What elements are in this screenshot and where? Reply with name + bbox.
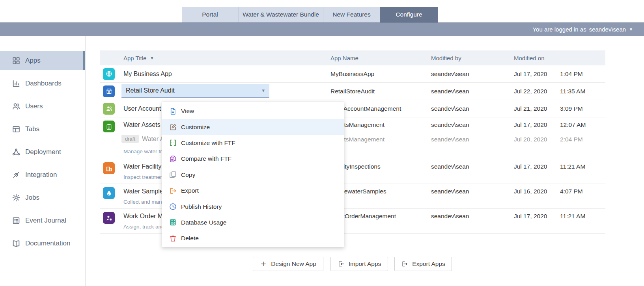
app-title: My Business App <box>123 71 172 78</box>
tab-water-wastewater-bundle[interactable]: Water & Wastewater Bundle <box>239 7 323 22</box>
sidebar-item-label: Apps <box>25 57 41 65</box>
compare-icon <box>169 155 177 163</box>
plus-icon <box>260 260 267 267</box>
modified-by: seandev\sean <box>431 121 469 128</box>
globe-app-icon <box>103 68 115 80</box>
modified-time: 4:07 PM <box>560 188 583 195</box>
ftf-icon <box>169 139 177 147</box>
modified-time: 12:07 AM <box>560 121 586 128</box>
people-app-icon <box>103 103 115 115</box>
draft-badge: draft <box>121 135 139 143</box>
modified-date: Jul 21, 2020 <box>514 105 547 112</box>
gear-icon <box>12 193 21 202</box>
menu-item-label: View <box>181 108 194 115</box>
modified-by: seandev\sean <box>431 88 469 95</box>
clipboard-app-icon <box>103 121 115 132</box>
menu-item-label: Compare with FTF <box>181 155 231 162</box>
droplet-app-icon <box>103 187 115 199</box>
tab-new-features[interactable]: New Features <box>323 7 380 22</box>
column-header-modified-by[interactable]: Modified by <box>431 50 461 65</box>
login-bar: You are logged in as seandev\sean ▼ <box>0 22 644 36</box>
modified-time: 11:21 AM <box>560 163 585 170</box>
modified-time: 3:09 PM <box>560 105 583 112</box>
user-menu-caret-icon[interactable]: ▼ <box>629 27 633 32</box>
delete-icon <box>169 234 177 243</box>
chart-icon <box>12 79 21 88</box>
tab-configure[interactable]: Configure <box>380 7 438 22</box>
menu-item-customize-with-ftf[interactable]: Customize with FTF <box>162 135 344 151</box>
design-new-app-button[interactable]: Design New App <box>253 257 323 271</box>
sidebar-item-documentation[interactable]: Documentation <box>0 234 85 253</box>
menu-item-copy[interactable]: Copy <box>162 167 344 183</box>
modified-date: Jul 17, 2020 <box>514 121 547 128</box>
store-app-icon <box>103 85 115 97</box>
table-row[interactable]: My Business AppMyBusinessAppseandev\sean… <box>100 65 605 83</box>
sidebar-item-deployment[interactable]: Deployment <box>0 143 85 162</box>
sidebar-item-tabs[interactable]: Tabs <box>0 120 85 139</box>
column-header-app-title[interactable]: App Title ▼ <box>123 50 154 65</box>
sidebar-item-label: Documentation <box>25 240 70 247</box>
sidebar-item-apps[interactable]: Apps <box>0 51 85 70</box>
export-icon <box>401 260 408 267</box>
tabs-icon <box>12 125 21 134</box>
modified-date: Jul 17, 2020 <box>514 163 547 170</box>
app-name: RetailStoreAudit <box>330 88 375 95</box>
export-apps-button[interactable]: Export Apps <box>394 257 452 271</box>
login-text: You are logged in as <box>532 26 586 33</box>
sidebar-item-label: Users <box>25 102 43 110</box>
button-label: Export Apps <box>412 260 445 267</box>
menu-item-export[interactable]: Export <box>162 183 344 199</box>
menu-item-customize[interactable]: Customize <box>162 119 344 135</box>
sidebar-item-label: Integration <box>25 171 57 179</box>
tab-portal[interactable]: Portal <box>182 7 239 22</box>
sidebar-item-event-journal[interactable]: Event Journal <box>0 211 85 230</box>
modified-date: Jul 17, 2020 <box>514 71 547 78</box>
top-tab-bar: PortalWater & Wastewater BundleNew Featu… <box>182 7 438 22</box>
app-name: MyBusinessApp <box>330 71 374 78</box>
app-title: Water Samples <box>123 188 166 195</box>
menu-item-label: Delete <box>181 235 199 242</box>
modified-date: Jul 17, 2020 <box>514 213 547 220</box>
sidebar-item-users[interactable]: Users <box>0 97 85 116</box>
table-row[interactable]: Retail Store Audit▾RetailStoreAuditseand… <box>100 83 605 100</box>
app-title-dropdown[interactable]: Retail Store Audit▾ <box>121 84 269 98</box>
modified-time: 11:35 AM <box>560 88 585 95</box>
import-apps-button[interactable]: Import Apps <box>330 257 388 271</box>
sidebar-item-label: Tabs <box>25 125 39 133</box>
journal-icon <box>12 216 21 225</box>
menu-item-label: Customize with FTF <box>181 139 235 147</box>
sidebar-item-dashboards[interactable]: Dashboards <box>0 74 85 93</box>
button-label: Design New App <box>271 260 316 267</box>
export-icon <box>169 187 177 195</box>
menu-item-label: Publish History <box>181 203 222 210</box>
modified-time: 11:21 AM <box>560 213 585 220</box>
modified-time: 1:04 PM <box>560 71 583 78</box>
database-icon <box>169 218 177 227</box>
column-header-app-name[interactable]: App Name <box>330 50 358 65</box>
modified-by: seandev\sean <box>431 213 469 220</box>
sidebar-item-integration[interactable]: Integration <box>0 165 85 184</box>
menu-item-publish-history[interactable]: Publish History <box>162 199 344 214</box>
sidebar: AppsDashboardsUsersTabsDeploymentIntegra… <box>0 36 86 286</box>
sidebar-item-jobs[interactable]: Jobs <box>0 188 85 207</box>
menu-item-label: Copy <box>181 171 195 178</box>
column-header-modified-on[interactable]: Modified on <box>514 50 545 65</box>
modified-by: seandev\sean <box>431 105 469 112</box>
menu-item-database-usage[interactable]: Database Usage <box>162 215 344 230</box>
sidebar-item-label: Dashboards <box>25 80 62 87</box>
sidebar-item-label: Event Journal <box>25 217 66 225</box>
modified-by: seandev\sean <box>431 163 469 170</box>
menu-item-label: Database Usage <box>181 219 226 226</box>
menu-item-label: Export <box>181 187 199 194</box>
users-icon <box>12 102 21 111</box>
deploy-icon <box>12 148 21 156</box>
menu-item-delete[interactable]: Delete <box>162 230 344 246</box>
dropdown-caret-icon: ▾ <box>262 87 265 93</box>
menu-item-compare-with-ftf[interactable]: Compare with FTF <box>162 151 344 167</box>
modified-by: seandev\sean <box>431 188 469 195</box>
sidebar-item-label: Jobs <box>25 194 39 202</box>
view-icon <box>169 107 177 115</box>
menu-item-view[interactable]: View <box>162 103 344 119</box>
username-link[interactable]: seandev\sean <box>589 26 626 33</box>
draft-modified-by: seandev\sean <box>431 136 469 143</box>
